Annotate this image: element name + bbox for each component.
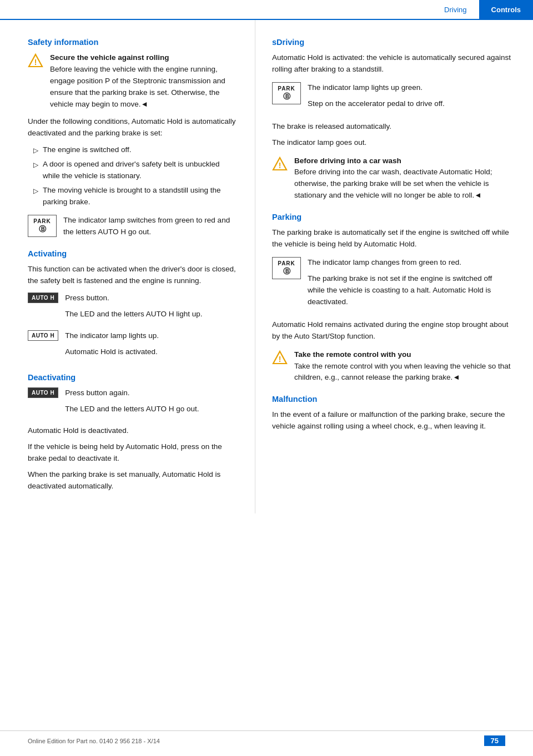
bullet-item-3: ▷ The moving vehicle is brought to a sta…: [33, 185, 238, 208]
park-indicator-right: PARK Ⓑ The indicator lamp lights up gree…: [272, 82, 511, 114]
conditions-text: Under the following conditions, Automati…: [28, 116, 238, 139]
main-content: Safety information ! Secure the vehicle …: [0, 20, 533, 513]
bullet-item-1: ▷ The engine is switched off.: [33, 144, 238, 156]
park-right-text: The indicator lamp lights up green. Step…: [308, 82, 445, 114]
conditions-list: ▷ The engine is switched off. ▷ A door i…: [33, 144, 238, 208]
park-indicator-parking: PARK Ⓑ The indicator lamp changes from g…: [272, 257, 511, 313]
autoh-indicator-text: The indicator lamp lights up. Automatic …: [65, 330, 159, 362]
autoh-indicator-lamp: AUTO H The indicator lamp lights up. Aut…: [28, 330, 238, 362]
warning-triangle-remote-icon: !: [272, 350, 289, 367]
park-box-left: PARK Ⓑ: [28, 215, 57, 237]
deactivating-title: Deactivating: [28, 373, 238, 382]
sdriving-body: Automatic Hold is activated: the vehicle…: [272, 52, 511, 75]
autoh-press-indicator: AUTO H Press button. The LED and the let…: [28, 293, 238, 325]
autoh-deactivate-button: AUTO H: [28, 387, 58, 398]
bullet-item-2: ▷ A door is opened and driver's safety b…: [33, 159, 238, 182]
park-indicator-left: PARK Ⓑ The indicator lamp switches from …: [28, 215, 238, 238]
malfunction-body: In the event of a failure or malfunction…: [272, 409, 511, 432]
svg-text:!: !: [279, 161, 281, 170]
page-number: 75: [484, 735, 505, 746]
when-parking: When the parking brake is set manually, …: [28, 469, 238, 492]
safety-title: Safety information: [28, 38, 238, 47]
nav-controls[interactable]: Controls: [479, 0, 533, 19]
warning-remote-text: Take the remote control with you Take th…: [294, 349, 511, 384]
park-box-parking: PARK Ⓑ: [272, 257, 301, 279]
footer: Online Edition for Part no. 0140 2 956 2…: [0, 730, 533, 746]
warning-remote-control: ! Take the remote control with you Take …: [272, 349, 511, 384]
indicator-out: The indicator lamp goes out.: [272, 137, 511, 149]
right-column: sDriving Automatic Hold is activated: th…: [255, 20, 533, 513]
park-parking-text: The indicator lamp changes from green to…: [308, 257, 511, 313]
warning-triangle-car-wash-icon: !: [272, 157, 289, 173]
malfunction-title: Malfunction: [272, 395, 511, 404]
warning-block-rolling: ! Secure the vehicle against rolling Bef…: [28, 52, 238, 110]
warning-triangle-icon: !: [28, 53, 44, 70]
left-column: Safety information ! Secure the vehicle …: [0, 20, 255, 513]
bullet-arrow-3: ▷: [33, 186, 38, 208]
autoh-deactivated: Automatic Hold is deactivated.: [28, 425, 238, 437]
deactivate-text: Press button again. The LED and the lett…: [65, 387, 199, 420]
activating-title: Activating: [28, 249, 238, 258]
svg-text:!: !: [34, 58, 37, 67]
park-box-right: PARK Ⓑ: [272, 82, 301, 104]
warning-rolling-text: Secure the vehicle against rolling Befor…: [50, 52, 238, 110]
autoh-remains: Automatic Hold remains activated during …: [272, 319, 511, 342]
parking-body: The parking brake is automatically set i…: [272, 227, 511, 250]
park-indicator-text-left: The indicator lamp switches from green t…: [63, 215, 238, 238]
bullet-arrow-1: ▷: [33, 145, 38, 156]
svg-text:!: !: [279, 355, 281, 364]
autoh-deactivate-indicator: AUTO H Press button again. The LED and t…: [28, 387, 238, 420]
top-navigation: Driving Controls: [0, 0, 533, 20]
warning-car-wash: ! Before driving into a car wash Before …: [272, 155, 511, 202]
autoh-button-image: AUTO H: [28, 293, 58, 303]
autoh-indicator-image: AUTO H: [28, 330, 58, 341]
sdriving-title: sDriving: [272, 38, 511, 47]
footer-text: Online Edition for Part no. 0140 2 956 2…: [28, 738, 160, 744]
warning-car-wash-text: Before driving into a car wash Before dr…: [294, 155, 511, 202]
bullet-arrow-2: ▷: [33, 160, 38, 182]
if-held: If the vehicle is being held by Automati…: [28, 441, 238, 465]
nav-driving[interactable]: Driving: [432, 0, 479, 19]
parking-title: Parking: [272, 213, 511, 221]
activating-body: This function can be activated when the …: [28, 264, 238, 287]
press-button-text: Press button. The LED and the letters AU…: [65, 293, 202, 325]
brake-released: The brake is released automatically.: [272, 121, 511, 133]
